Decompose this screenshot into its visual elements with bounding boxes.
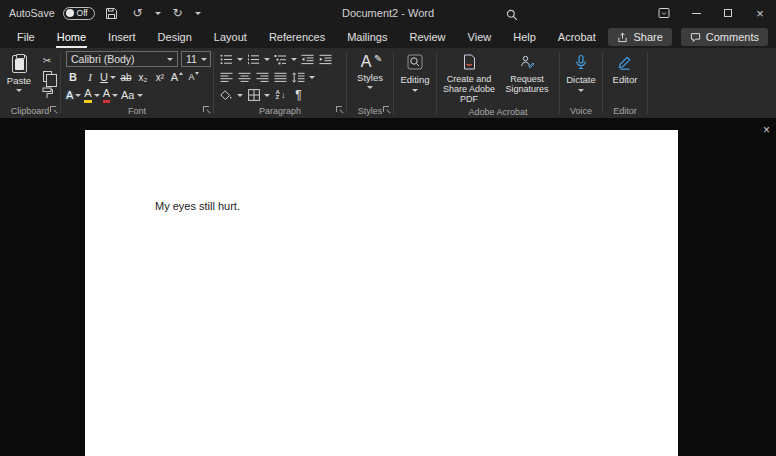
- tab-view[interactable]: View: [457, 26, 503, 48]
- undo-icon[interactable]: ↺: [129, 3, 147, 23]
- numbered-list-icon[interactable]: [246, 52, 261, 67]
- styles-dialog-launcher[interactable]: [383, 106, 391, 114]
- shading-chevron-icon: [237, 94, 243, 97]
- strikethrough-button[interactable]: ab: [119, 70, 133, 85]
- underline-button[interactable]: U: [100, 70, 116, 85]
- tab-references[interactable]: References: [258, 26, 336, 48]
- font-dialog-launcher[interactable]: [203, 106, 211, 114]
- paragraph-dialog-launcher[interactable]: [336, 106, 344, 114]
- font-name-value: Calibri (Body): [71, 53, 135, 65]
- autosave-label: AutoSave: [9, 7, 55, 19]
- tab-help[interactable]: Help: [502, 26, 547, 48]
- undo-chevron-icon[interactable]: [155, 12, 161, 15]
- align-right-icon[interactable]: [255, 70, 270, 85]
- justify-icon[interactable]: [273, 70, 288, 85]
- numbered-list-chevron-icon: [264, 58, 270, 61]
- document-body-text[interactable]: My eyes still hurt.: [155, 200, 240, 212]
- font-size-combobox[interactable]: 11: [181, 51, 211, 67]
- close-button[interactable]: ×: [744, 0, 776, 26]
- minimize-button[interactable]: [680, 0, 712, 26]
- tab-review[interactable]: Review: [399, 26, 457, 48]
- align-left-icon[interactable]: [219, 70, 234, 85]
- bullet-list-chevron-icon: [237, 58, 243, 61]
- editor-button[interactable]: Editor: [613, 51, 638, 104]
- editing-button[interactable]: Editing: [400, 51, 429, 104]
- styles-icon: A✎: [361, 54, 380, 70]
- minimize-icon: [692, 13, 701, 14]
- editor-group: Editor Editor: [603, 48, 647, 118]
- paragraph-group: AZ ↓ ¶ Paragraph: [214, 48, 346, 118]
- tab-mailings[interactable]: Mailings: [336, 26, 398, 48]
- maximize-button[interactable]: [712, 0, 744, 26]
- font-size-value: 11: [186, 53, 197, 65]
- share-button[interactable]: Share: [608, 28, 671, 46]
- show-hide-formatting-icon[interactable]: ¶: [291, 88, 306, 103]
- tab-design[interactable]: Design: [147, 26, 203, 48]
- voice-group: Dictate Voice: [560, 48, 602, 118]
- customize-toolbar-chevron-icon[interactable]: [195, 12, 201, 15]
- cut-icon[interactable]: ✂: [39, 53, 55, 67]
- bold-button[interactable]: B: [66, 70, 80, 85]
- align-center-icon[interactable]: [237, 70, 252, 85]
- decrease-indent-icon[interactable]: [300, 52, 315, 67]
- share-icon: [617, 32, 628, 43]
- clipboard-group: Paste ✂ Clipboard: [0, 48, 60, 118]
- tab-home[interactable]: Home: [46, 26, 97, 48]
- request-signatures-button[interactable]: Request Signatures: [500, 51, 554, 105]
- styles-group: A✎ Styles Styles: [347, 48, 393, 118]
- maximize-icon: [724, 9, 732, 17]
- text-highlight-button[interactable]: A: [84, 88, 99, 103]
- format-painter-icon[interactable]: [39, 86, 55, 100]
- clipboard-dialog-launcher[interactable]: [50, 106, 58, 114]
- change-case-button[interactable]: Aa: [121, 88, 142, 103]
- tab-file[interactable]: File: [6, 26, 46, 48]
- document-page[interactable]: My eyes still hurt.: [85, 130, 678, 456]
- autosave-toggle[interactable]: Off: [63, 7, 95, 20]
- pane-close-icon[interactable]: ×: [763, 123, 770, 137]
- find-magnifier-icon: [407, 54, 423, 72]
- multilevel-list-icon[interactable]: [273, 52, 288, 67]
- paste-button[interactable]: Paste: [5, 51, 33, 104]
- shrink-font-arrow-icon: [195, 72, 199, 75]
- tab-insert[interactable]: Insert: [97, 26, 147, 48]
- styles-button[interactable]: A✎ Styles: [357, 51, 383, 104]
- create-share-pdf-button[interactable]: Create and Share Adobe PDF: [442, 51, 496, 105]
- voice-group-label: Voice: [565, 104, 597, 118]
- redo-icon[interactable]: ↻: [169, 3, 187, 23]
- comments-button[interactable]: Comments: [681, 28, 768, 46]
- shrink-font-button[interactable]: A: [187, 70, 201, 85]
- copy-icon[interactable]: [39, 70, 55, 84]
- grow-font-arrow-icon: [179, 72, 183, 75]
- tabs-actions: Share Comments: [608, 28, 768, 46]
- microphone-icon: [573, 54, 589, 72]
- highlight-chevron-icon: [94, 94, 100, 97]
- font-color-button[interactable]: A: [103, 88, 118, 103]
- tab-acrobat[interactable]: Acrobat: [547, 26, 607, 48]
- bullet-list-icon[interactable]: [219, 52, 234, 67]
- italic-button[interactable]: I: [83, 70, 97, 85]
- tab-layout[interactable]: Layout: [203, 26, 258, 48]
- styles-chevron-icon: [367, 86, 373, 89]
- paragraph-group-label: Paragraph: [219, 104, 341, 118]
- font-group: Calibri (Body) 11 B I U ab x₂: [61, 48, 213, 118]
- ribbon-display-options-icon[interactable]: [648, 0, 680, 26]
- group-separator: [647, 52, 648, 114]
- change-case-chevron-icon: [137, 94, 143, 97]
- sort-icon[interactable]: AZ ↓: [273, 88, 288, 103]
- line-spacing-icon[interactable]: [291, 70, 306, 85]
- editing-group: Editing: [394, 48, 436, 118]
- font-name-combobox[interactable]: Calibri (Body): [66, 51, 178, 67]
- superscript-button[interactable]: x²: [153, 70, 167, 85]
- shading-icon[interactable]: [219, 88, 234, 103]
- dictate-button[interactable]: Dictate: [566, 51, 596, 104]
- increase-indent-icon[interactable]: [318, 52, 333, 67]
- text-effects-button[interactable]: A: [66, 88, 81, 103]
- borders-icon[interactable]: [246, 88, 261, 103]
- save-icon[interactable]: [103, 3, 121, 23]
- ribbon: Paste ✂ Clipboard: [0, 48, 776, 118]
- clipboard-group-label: Clipboard: [5, 104, 55, 118]
- search-icon[interactable]: [506, 7, 518, 25]
- grow-font-button[interactable]: A: [170, 70, 184, 85]
- subscript-button[interactable]: x₂: [136, 70, 150, 85]
- editor-group-label: Editor: [608, 104, 642, 118]
